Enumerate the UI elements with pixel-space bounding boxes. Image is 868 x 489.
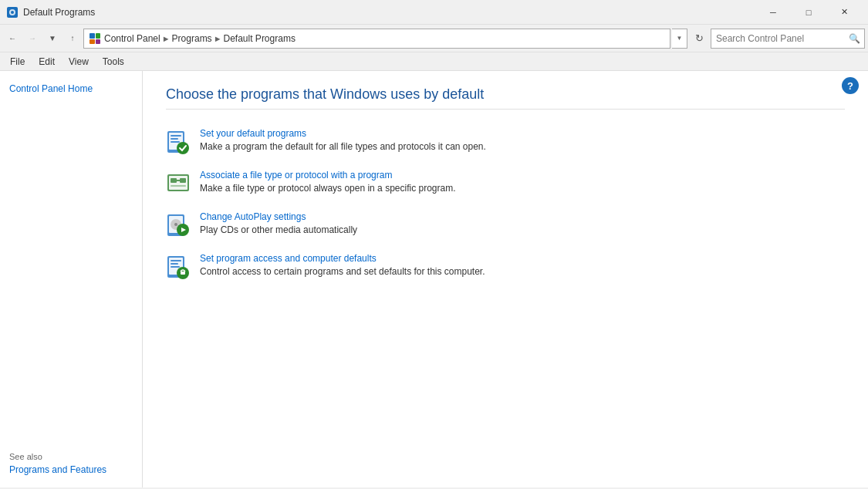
svg-rect-29 bbox=[171, 266, 180, 268]
svg-rect-10 bbox=[171, 138, 178, 140]
autoplay-icon bbox=[166, 213, 191, 238]
access-icon bbox=[166, 255, 191, 279]
svg-rect-6 bbox=[96, 39, 100, 44]
menu-view[interactable]: View bbox=[62, 54, 96, 69]
svg-rect-11 bbox=[171, 141, 180, 143]
close-button[interactable]: ✕ bbox=[826, 0, 862, 25]
address-path[interactable]: Control Panel ► Programs ► Default Progr… bbox=[83, 29, 670, 49]
path-programs[interactable]: Programs bbox=[172, 33, 212, 44]
sidebar-top: Control Panel Home bbox=[0, 77, 142, 100]
sidebar-bottom: See also Programs and Features bbox=[0, 446, 142, 481]
autoplay-text: Change AutoPlay settings Play CDs or oth… bbox=[200, 211, 357, 235]
maximize-button[interactable]: □ bbox=[791, 0, 826, 25]
search-input[interactable] bbox=[711, 29, 844, 48]
page-title: Choose the programs that Windows uses by… bbox=[166, 86, 845, 110]
up-button[interactable]: ↑ bbox=[63, 29, 82, 49]
menu-edit[interactable]: Edit bbox=[32, 54, 62, 69]
control-panel-icon bbox=[89, 32, 101, 45]
autoplay-link[interactable]: Change AutoPlay settings bbox=[200, 211, 357, 222]
window-title: Default Programs bbox=[23, 7, 755, 18]
control-panel-home-link[interactable]: Control Panel Home bbox=[9, 83, 93, 94]
list-item: Set program access and computer defaults… bbox=[166, 253, 845, 279]
title-bar: Default Programs ─ □ ✕ bbox=[0, 0, 868, 25]
address-bar: ← → ▼ ↑ Control Panel ► Programs ► Defau… bbox=[0, 25, 868, 52]
app-icon bbox=[6, 6, 19, 19]
access-link[interactable]: Set program access and computer defaults bbox=[200, 253, 485, 264]
see-also-label: See also bbox=[9, 452, 133, 461]
recent-locations-button[interactable]: ▼ bbox=[43, 29, 62, 49]
address-dropdown[interactable]: ▼ bbox=[672, 29, 687, 49]
menu-bar: File Edit View Tools bbox=[0, 52, 868, 71]
svg-rect-28 bbox=[171, 263, 178, 265]
minimize-button[interactable]: ─ bbox=[755, 0, 791, 25]
svg-rect-16 bbox=[180, 178, 186, 183]
set-default-text: Set your default programs Make a program… bbox=[200, 128, 486, 152]
svg-rect-27 bbox=[171, 260, 181, 261]
set-default-icon bbox=[166, 130, 191, 154]
associate-desc: Make a file type or protocol always open… bbox=[200, 183, 456, 194]
content-area: ? Choose the programs that Windows uses … bbox=[143, 71, 868, 487]
programs-and-features-link[interactable]: Programs and Features bbox=[9, 464, 106, 475]
svg-rect-5 bbox=[90, 39, 95, 44]
forward-button[interactable]: → bbox=[23, 29, 42, 49]
svg-rect-4 bbox=[96, 33, 100, 39]
svg-rect-9 bbox=[171, 135, 181, 137]
svg-rect-31 bbox=[181, 271, 185, 275]
associate-link[interactable]: Associate a file type or protocol with a… bbox=[200, 170, 456, 180]
refresh-button[interactable]: ↻ bbox=[689, 29, 709, 49]
svg-point-2 bbox=[11, 11, 14, 14]
svg-rect-18 bbox=[171, 185, 186, 187]
help-button[interactable]: ? bbox=[842, 77, 859, 94]
path-control-panel[interactable]: Control Panel bbox=[104, 33, 160, 44]
set-default-desc: Make a program the default for all file … bbox=[200, 141, 486, 152]
list-item: Associate a file type or protocol with a… bbox=[166, 170, 845, 196]
back-button[interactable]: ← bbox=[3, 29, 22, 49]
window-controls: ─ □ ✕ bbox=[755, 0, 862, 25]
svg-point-22 bbox=[174, 223, 177, 226]
main-layout: Control Panel Home See also Programs and… bbox=[0, 71, 868, 487]
access-desc: Control access to certain programs and s… bbox=[200, 266, 485, 277]
autoplay-desc: Play CDs or other media automatically bbox=[200, 224, 357, 235]
svg-rect-3 bbox=[90, 33, 95, 39]
access-text: Set program access and computer defaults… bbox=[200, 253, 485, 277]
list-item: Set your default programs Make a program… bbox=[166, 128, 845, 154]
menu-tools[interactable]: Tools bbox=[96, 54, 131, 69]
search-box: 🔍 bbox=[711, 29, 865, 49]
svg-rect-15 bbox=[171, 178, 177, 183]
svg-point-12 bbox=[177, 142, 189, 154]
sidebar: Control Panel Home See also Programs and… bbox=[0, 71, 143, 487]
path-default-programs[interactable]: Default Programs bbox=[224, 33, 296, 44]
list-item: Change AutoPlay settings Play CDs or oth… bbox=[166, 211, 845, 238]
set-default-link[interactable]: Set your default programs bbox=[200, 128, 486, 139]
associate-icon bbox=[166, 171, 191, 196]
associate-text: Associate a file type or protocol with a… bbox=[200, 170, 456, 194]
menu-file[interactable]: File bbox=[3, 54, 32, 69]
search-icon[interactable]: 🔍 bbox=[844, 29, 864, 48]
